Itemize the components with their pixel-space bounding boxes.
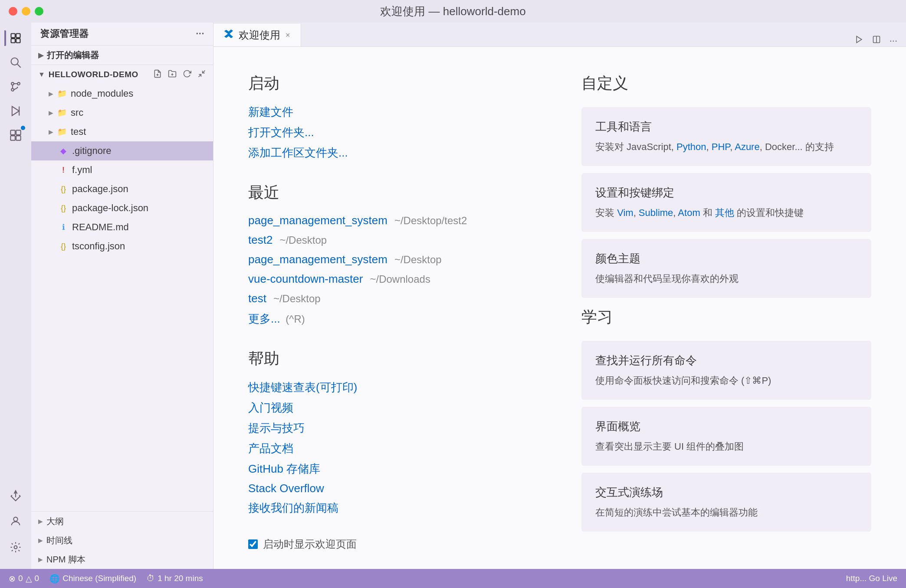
sidebar-more-actions[interactable]: ··· xyxy=(196,28,204,39)
split-editor-icon[interactable] xyxy=(872,35,881,46)
interactive-playground-desc: 在简短的演练中尝试基本的编辑器功能 xyxy=(595,505,857,519)
sublime-link[interactable]: Sublime xyxy=(639,207,673,218)
azure-link[interactable]: Azure xyxy=(735,141,759,152)
run-action-icon[interactable] xyxy=(855,35,863,46)
recent-section: 最近 page_management_system ~/Desktop/test… xyxy=(248,182,538,327)
add-workspace-link[interactable]: 添加工作区文件夹... xyxy=(248,145,538,160)
atom-link[interactable]: Atom xyxy=(678,207,700,218)
recent-path-5: ~/Desktop xyxy=(273,293,321,305)
tree-item-label: tsconfig.json xyxy=(72,241,125,252)
keybindings-link[interactable]: 快捷键速查表(可打印) xyxy=(248,380,538,395)
svg-point-8 xyxy=(11,88,14,91)
npm-section[interactable]: ▶ NPM 脚本 xyxy=(31,550,213,569)
tab-close-icon[interactable]: × xyxy=(286,31,290,40)
activity-search[interactable] xyxy=(4,51,27,74)
startup-checkbox[interactable]: 启动时显示欢迎页面 xyxy=(248,537,538,551)
tree-item-node-modules[interactable]: ▶ 📁 node_modules xyxy=(31,84,213,103)
intro-videos-link[interactable]: 入门视频 xyxy=(248,400,538,415)
folder-icon: 📁 xyxy=(57,89,67,98)
maximize-button[interactable] xyxy=(35,7,43,16)
learn-title: 学习 xyxy=(581,307,871,328)
github-link[interactable]: GitHub 存储库 xyxy=(248,461,538,477)
svg-rect-12 xyxy=(16,136,20,140)
tree-item-test[interactable]: ▶ 📁 test xyxy=(31,122,213,141)
svg-marker-9 xyxy=(12,107,19,116)
close-button[interactable] xyxy=(9,7,17,16)
refresh-icon[interactable] xyxy=(183,69,191,80)
more-actions-icon[interactable]: ··· xyxy=(890,35,897,46)
keybindings-card-desc: 安装 Vim, Sublime, Atom 和 其他 的设置和快捷键 xyxy=(595,206,857,220)
tab-welcome[interactable]: 欢迎使用 × xyxy=(213,24,301,46)
newsletter-link[interactable]: 接收我们的新闻稿 xyxy=(248,500,538,516)
open-folder-link[interactable]: 打开文件夹... xyxy=(248,125,538,140)
more-recent-link[interactable]: 更多... xyxy=(248,312,280,325)
editor-area: 欢迎使用 × ··· 启动 新建文件 打开文件夹.. xyxy=(213,23,906,569)
sidebar-bottom: ▶ 大纲 ▶ 时间线 ▶ NPM 脚本 xyxy=(31,511,213,569)
tree-item-src[interactable]: ▶ 📁 src xyxy=(31,103,213,122)
python-link[interactable]: Python xyxy=(676,141,706,152)
svg-rect-1 xyxy=(16,34,20,38)
outline-section[interactable]: ▶ 大纲 xyxy=(31,512,213,531)
vim-link[interactable]: Vim xyxy=(617,207,634,218)
recent-name-1[interactable]: page_management_system xyxy=(248,214,387,227)
recent-name-3[interactable]: page_management_system xyxy=(248,253,387,266)
command-palette-desc: 使用命令面板快速访问和搜索命令 (⇧⌘P) xyxy=(595,373,857,388)
tree-item-label: package.json xyxy=(72,183,128,195)
recent-name-5[interactable]: test xyxy=(248,292,266,305)
sidebar-header: 资源管理器 ··· xyxy=(31,23,213,45)
folder-icon: 📁 xyxy=(57,108,67,118)
tree-item-package-json[interactable]: {} package.json xyxy=(31,180,213,199)
tree-item-readme[interactable]: ℹ README.md xyxy=(31,218,213,237)
window-controls xyxy=(9,7,43,16)
new-folder-icon[interactable] xyxy=(168,69,177,80)
git-file-icon: ◆ xyxy=(58,146,69,156)
recent-path-3: ~/Desktop xyxy=(394,254,442,266)
tools-card: 工具和语言 安装对 JavaScript, Python, PHP, Azure… xyxy=(581,107,871,166)
activity-source-control[interactable] xyxy=(4,75,27,98)
tree-item-label: test xyxy=(71,126,86,137)
activity-explorer[interactable] xyxy=(4,27,27,49)
tree-item-tsconfig[interactable]: {} tsconfig.json xyxy=(31,237,213,256)
activity-remote[interactable] xyxy=(4,484,27,506)
php-link[interactable]: PHP xyxy=(712,141,730,152)
json-icon: {} xyxy=(58,242,69,251)
status-go-live[interactable]: http... Go Live xyxy=(846,574,897,583)
svg-point-4 xyxy=(11,58,18,65)
recent-name-2[interactable]: test2 xyxy=(248,233,272,247)
folder-icon: 📁 xyxy=(57,127,67,137)
activity-run[interactable] xyxy=(4,100,27,122)
startup-checkbox-input[interactable] xyxy=(248,539,258,549)
status-time[interactable]: ⏱ 1 hr 20 mins xyxy=(147,574,203,583)
collapse-icon[interactable] xyxy=(197,69,206,80)
recent-path-4: ~/Downloads xyxy=(370,273,430,285)
stackoverflow-link[interactable]: Stack Overflow xyxy=(248,482,538,495)
tree-item-package-lock-json[interactable]: {} package-lock.json xyxy=(31,199,213,218)
timeline-section[interactable]: ▶ 时间线 xyxy=(31,531,213,550)
recent-title: 最近 xyxy=(248,182,538,203)
new-file-icon[interactable] xyxy=(153,69,162,80)
project-header[interactable]: ▼ HELLOWORLD-DEMO xyxy=(31,65,213,84)
activity-account[interactable] xyxy=(4,510,27,532)
recent-name-4[interactable]: vue-countdown-master xyxy=(248,272,363,286)
chevron-icon: ▶ xyxy=(49,128,53,135)
command-palette-title: 查找并运行所有命令 xyxy=(595,353,857,368)
new-file-link[interactable]: 新建文件 xyxy=(248,105,538,120)
minimize-button[interactable] xyxy=(22,7,30,16)
status-language[interactable]: 🌐 Chinese (Simplified) xyxy=(49,574,136,584)
interface-overview-desc: 查看突出显示主要 UI 组件的叠加图 xyxy=(595,439,857,454)
theme-card: 颜色主题 使编辑器和代码呈现你喜欢的外观 xyxy=(581,239,871,298)
other-link[interactable]: 其他 xyxy=(715,207,734,218)
svg-point-7 xyxy=(17,82,20,85)
tree-item-gitignore[interactable]: ◆ .gitignore xyxy=(31,141,213,160)
interface-overview-title: 界面概览 xyxy=(595,419,857,434)
activity-settings[interactable] xyxy=(4,536,27,559)
file-tree: ▶ 📁 node_modules ▶ 📁 src ▶ 📁 test ◆ .git… xyxy=(31,84,213,511)
activity-extensions[interactable] xyxy=(4,124,27,147)
open-editors-header[interactable]: ▶ 打开的编辑器 xyxy=(31,46,213,65)
svg-rect-13 xyxy=(10,130,15,135)
status-errors[interactable]: ⊗ 0 △ 0 xyxy=(9,574,39,584)
tips-tricks-link[interactable]: 提示与技巧 xyxy=(248,421,538,436)
tree-item-fyml[interactable]: ! f.yml xyxy=(31,160,213,180)
interface-overview-card: 界面概览 查看突出显示主要 UI 组件的叠加图 xyxy=(581,407,871,466)
docs-link[interactable]: 产品文档 xyxy=(248,441,538,456)
